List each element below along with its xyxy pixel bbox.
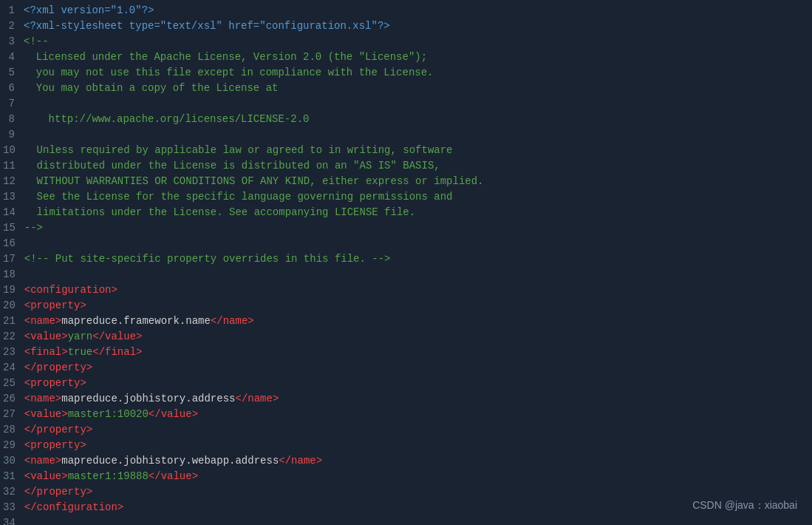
line-number: 9 — [0, 127, 24, 143]
code-line: 11 distributed under the License is dist… — [0, 158, 812, 174]
line-number: 22 — [0, 329, 24, 345]
code-editor: 1<?xml version="1.0"?>2<?xml-stylesheet … — [0, 0, 812, 525]
watermark: CSDN @java：xiaobai — [692, 498, 797, 513]
line-number: 18 — [0, 267, 24, 282]
code-line: 18 — [0, 267, 812, 282]
code-line: 12 WITHOUT WARRANTIES OR CONDITIONS OF A… — [0, 174, 812, 189]
line-number: 7 — [0, 96, 24, 112]
line-number: 1 — [0, 3, 24, 18]
line-content: --> — [24, 220, 812, 236]
line-number: 24 — [0, 360, 24, 376]
line-number: 8 — [0, 112, 24, 127]
line-number: 29 — [0, 438, 24, 453]
code-line: 4 Licensed under the Apache License, Ver… — [0, 50, 812, 65]
line-content: See the License for the specific languag… — [24, 189, 812, 205]
line-content: http://www.apache.org/licenses/LICENSE-2… — [24, 112, 812, 127]
code-line: 32</property> — [0, 484, 812, 500]
code-line: 33</configuration> — [0, 500, 812, 515]
code-line: 31<value>master1:19888</value> — [0, 469, 812, 484]
line-number: 25 — [0, 376, 24, 391]
line-number: 34 — [0, 515, 24, 525]
line-number: 15 — [0, 220, 24, 236]
line-content: </property> — [24, 422, 812, 438]
line-number: 10 — [0, 143, 24, 158]
line-number: 20 — [0, 298, 24, 314]
code-line: 26<name>mapreduce.jobhistory.address</na… — [0, 391, 812, 407]
code-line: 13 See the License for the specific lang… — [0, 189, 812, 205]
line-number: 16 — [0, 236, 24, 251]
line-number: 27 — [0, 407, 24, 422]
line-content: <configuration> — [24, 282, 812, 298]
line-number: 28 — [0, 422, 24, 438]
code-line: 10 Unless required by applicable law or … — [0, 143, 812, 158]
code-line: 22<value>yarn</value> — [0, 329, 812, 345]
code-line: 34 — [0, 515, 812, 525]
line-number: 12 — [0, 174, 24, 189]
line-content: distributed under the License is distrib… — [24, 158, 812, 174]
line-number: 3 — [0, 34, 24, 50]
line-content: limitations under the License. See accom… — [24, 205, 812, 220]
code-line: 15--> — [0, 220, 812, 236]
line-content: <name>mapreduce.jobhistory.webapp.addres… — [24, 453, 812, 469]
line-number: 33 — [0, 500, 24, 515]
line-content: <!-- — [24, 34, 812, 50]
code-line: 7 — [0, 96, 812, 112]
line-content: <?xml version="1.0"?> — [24, 3, 812, 18]
line-content: <name>mapreduce.jobhistory.address</name… — [24, 391, 812, 407]
line-content: You may obtain a copy of the License at — [24, 81, 812, 96]
code-line: 2<?xml-stylesheet type="text/xsl" href="… — [0, 18, 812, 34]
line-number: 32 — [0, 484, 24, 500]
line-number: 31 — [0, 469, 24, 484]
line-number: 2 — [0, 18, 24, 34]
code-line: 8 http://www.apache.org/licenses/LICENSE… — [0, 112, 812, 127]
line-number: 13 — [0, 189, 24, 205]
line-content: <?xml-stylesheet type="text/xsl" href="c… — [24, 18, 812, 34]
code-line: 23<final>true</final> — [0, 345, 812, 360]
code-line: 3<!-- — [0, 34, 812, 50]
code-line: 29<property> — [0, 438, 812, 453]
code-line: 24</property> — [0, 360, 812, 376]
line-number: 14 — [0, 205, 24, 220]
line-content: <!-- Put site-specific property override… — [24, 251, 812, 267]
line-number: 19 — [0, 282, 24, 298]
code-line: 21<name>mapreduce.framework.name</name> — [0, 314, 812, 329]
code-line: 16 — [0, 236, 812, 251]
code-line: 25<property> — [0, 376, 812, 391]
line-number: 4 — [0, 50, 24, 65]
line-content: <value>master1:19888</value> — [24, 469, 812, 484]
line-content: Licensed under the Apache License, Versi… — [24, 50, 812, 65]
line-number: 6 — [0, 81, 24, 96]
code-line: 5 you may not use this file except in co… — [0, 65, 812, 81]
code-line: 9 — [0, 127, 812, 143]
code-line: 17<!-- Put site-specific property overri… — [0, 251, 812, 267]
line-content: <value>yarn</value> — [24, 329, 812, 345]
line-number: 11 — [0, 158, 24, 174]
line-content: <name>mapreduce.framework.name</name> — [24, 314, 812, 329]
code-line: 19<configuration> — [0, 282, 812, 298]
code-line: 30<name>mapreduce.jobhistory.webapp.addr… — [0, 453, 812, 469]
line-content: <value>master1:10020</value> — [24, 407, 812, 422]
line-content: <property> — [24, 376, 812, 391]
code-line: 1<?xml version="1.0"?> — [0, 3, 812, 18]
line-number: 23 — [0, 345, 24, 360]
code-line: 6 You may obtain a copy of the License a… — [0, 81, 812, 96]
line-content: <final>true</final> — [24, 345, 812, 360]
code-line: 14 limitations under the License. See ac… — [0, 205, 812, 220]
line-content: </property> — [24, 360, 812, 376]
line-number: 21 — [0, 314, 24, 329]
code-line: 20<property> — [0, 298, 812, 314]
code-line: 27<value>master1:10020</value> — [0, 407, 812, 422]
line-number: 26 — [0, 391, 24, 407]
line-number: 5 — [0, 65, 24, 81]
line-number: 17 — [0, 251, 24, 267]
line-content: WITHOUT WARRANTIES OR CONDITIONS OF ANY … — [24, 174, 812, 189]
code-line: 28</property> — [0, 422, 812, 438]
line-content: <property> — [24, 438, 812, 453]
line-content: you may not use this file except in comp… — [24, 65, 812, 81]
line-content: <property> — [24, 298, 812, 314]
line-number: 30 — [0, 453, 24, 469]
line-content: Unless required by applicable law or agr… — [24, 143, 812, 158]
